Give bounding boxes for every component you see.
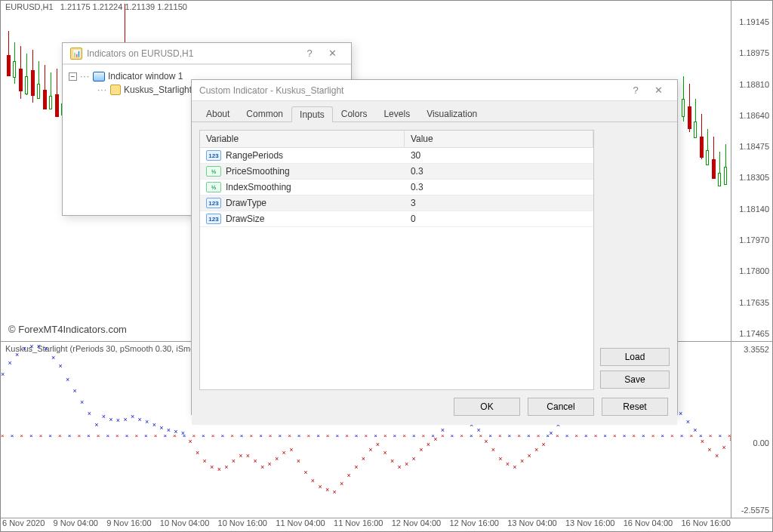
axis-zero: 0.00 [753,438,769,447]
help-button[interactable]: ? [298,48,321,59]
tab-inputs[interactable]: Inputs [291,106,333,122]
tab-common[interactable]: Common [238,106,291,121]
indicator-cross: × [58,364,62,368]
indicator-cross: × [94,423,98,427]
indicator-cross: × [397,465,401,469]
indicator-cross: × [181,431,185,435]
inputs-panel: Variable Value 123RangePeriods30½PriceSm… [192,122,677,398]
indicator-cross: × [427,442,430,447]
input-row[interactable]: ½PriceSmoothing0.3 [200,164,593,180]
variable-value[interactable]: 0.3 [405,164,593,179]
header-value: Value [405,131,593,147]
indicator-cross: × [441,428,445,432]
indicator-cross: × [534,447,538,452]
load-button[interactable]: Load [600,348,670,366]
indicator-cross: × [66,377,69,382]
indicator-cross: × [722,445,725,450]
inputs-table[interactable]: Variable Value 123RangePeriods30½PriceSm… [199,130,594,390]
indicator-cross: × [260,465,264,469]
tab-about[interactable]: About [198,106,238,121]
type-badge-icon: 123 [206,214,221,224]
indicator-cross: × [318,484,322,489]
input-row[interactable]: 123DrawType3 [200,195,593,211]
indicator-cross: × [477,428,481,432]
indicator-cross: × [325,487,329,492]
indicator-cross: × [282,451,286,455]
indicator-cross: × [29,344,33,349]
indicator-cross: × [23,346,26,351]
tab-colors[interactable]: Colors [333,106,376,121]
save-button[interactable]: Save [600,371,670,389]
indicator-cross: × [1,372,5,377]
indicator-cross: × [51,355,55,360]
indicator-cross: × [383,451,386,455]
tab-visualization[interactable]: Visualization [418,106,485,121]
price-tick: 1.17970 [735,235,769,244]
indicator-cross: × [693,428,697,432]
variable-name: DrawSize [226,214,264,224]
indicator-cross: × [549,431,553,435]
watermark-text: © ForexMT4Indicators.com [8,324,127,335]
indicator-cross: × [491,447,495,452]
indicator-cross: × [80,400,84,404]
time-tick: 10 Nov 16:00 [218,518,267,531]
dialog-tabs: AboutCommonInputsColorsLevelsVisualizati… [192,101,677,122]
collapse-icon[interactable]: − [69,72,77,81]
indicator-cross: × [88,411,91,416]
indicator-cross: × [102,414,106,419]
dialog-titlebar[interactable]: Custom Indicator - Kuskus_Starlight ? ✕ [192,80,677,101]
dialog-title: Custom Indicator - Kuskus_Starlight [199,85,343,96]
indicator-cross: × [484,439,488,444]
indicator-cross: × [109,417,112,422]
variable-value[interactable]: 0 [405,211,593,226]
indicator-cross: × [311,478,315,483]
reset-button[interactable]: Reset [602,398,668,416]
ok-button[interactable]: OK [454,398,520,416]
header-variable: Variable [200,131,405,147]
help-button[interactable]: ? [624,85,647,96]
price-tick: 1.17635 [735,298,769,307]
price-tick: 1.18975 [735,48,769,57]
indicator-cross: × [246,454,250,458]
time-tick: 6 Nov 2020 [2,518,45,531]
indicator-axis: 3.3552 0.00 -2.5575 [731,342,772,518]
chart-window-icon [93,72,105,81]
close-button[interactable]: ✕ [321,48,343,59]
table-header: Variable Value [200,131,593,148]
time-tick: 11 Nov 16:00 [334,518,383,531]
indicator-cross: × [275,457,279,461]
close-button[interactable]: ✕ [647,85,670,96]
cancel-button[interactable]: Cancel [528,398,594,416]
tree-connector: ··· [97,85,107,95]
custom-indicator-dialog[interactable]: Custom Indicator - Kuskus_Starlight ? ✕ … [191,79,678,415]
indicator-cross: × [701,439,704,444]
price-tick: 1.17465 [735,329,769,338]
tab-levels[interactable]: Levels [375,106,418,121]
variable-name: RangePeriods [226,150,283,161]
variable-name: PriceSmoothing [226,166,290,177]
indicators-icon: 📊 [70,48,82,60]
tree-window-label: Indicator window 1 [108,71,183,81]
variable-value[interactable]: 30 [405,148,593,163]
indicator-cross: × [368,447,372,452]
time-tick: 12 Nov 04:00 [392,518,441,531]
variable-value[interactable]: 0.3 [405,180,593,195]
indicator-cross: × [224,465,228,469]
input-row[interactable]: ½IndexSmoothing0.3 [200,180,593,195]
input-row[interactable]: 123DrawSize0 [200,211,593,227]
price-tick: 1.18475 [735,142,769,151]
indicator-cross: × [210,465,214,469]
input-row[interactable]: 123RangePeriods30 [200,148,593,164]
indicators-window-titlebar[interactable]: 📊 Indicators on EURUSD,H1 ? ✕ [63,43,351,64]
time-tick: 9 Nov 16:00 [106,518,151,531]
indicator-cross: × [131,414,134,419]
indicator-cross: × [362,457,365,461]
time-tick: 13 Nov 04:00 [507,518,556,531]
indicator-cross: × [253,459,257,463]
time-axis: 6 Nov 20209 Nov 04:009 Nov 16:0010 Nov 0… [1,518,772,531]
time-tick: 16 Nov 04:00 [624,518,673,531]
variable-value[interactable]: 3 [405,195,593,211]
indicator-cross: × [297,459,300,463]
indicator-cross: × [167,428,171,432]
indicator-cross: × [679,411,682,416]
